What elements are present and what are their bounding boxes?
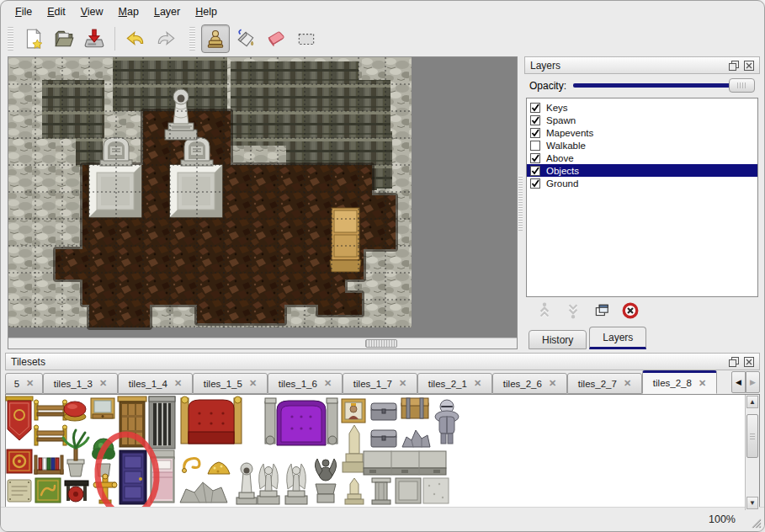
undo-button[interactable]: [121, 24, 150, 53]
tile-wood-chest[interactable]: [401, 398, 428, 418]
tile-bookshelf[interactable]: [35, 455, 63, 474]
map-dock-splitter[interactable]: [517, 56, 523, 349]
layer-row-spawn[interactable]: Spawn: [527, 114, 757, 126]
tile-stone-gate[interactable]: [149, 396, 175, 449]
map-canvas[interactable]: [8, 57, 517, 338]
tile-green-banner[interactable]: [35, 478, 61, 503]
tile-loom[interactable]: [35, 400, 67, 420]
layer-visibility-checkbox[interactable]: [530, 166, 540, 176]
resize-grip[interactable]: [748, 515, 762, 529]
eraser-tool-button[interactable]: [262, 24, 290, 53]
layer-row-above[interactable]: Above: [527, 152, 757, 164]
tile-wheel-press[interactable]: [65, 481, 88, 502]
map-content[interactable]: [8, 57, 412, 330]
close-tab-icon[interactable]: ✕: [174, 379, 182, 388]
layer-visibility-checkbox[interactable]: [530, 141, 540, 151]
new-file-button[interactable]: [19, 24, 48, 53]
tile-portrait[interactable]: [342, 399, 365, 423]
tile-gold-hook[interactable]: [183, 459, 200, 473]
tileset-tiles[interactable]: [6, 395, 465, 507]
close-tab-icon[interactable]: ✕: [324, 379, 332, 388]
save-button[interactable]: [80, 24, 109, 53]
tile-crest-flag[interactable]: [7, 450, 32, 473]
tile-metal-chest[interactable]: [371, 430, 396, 447]
tileset-vertical-scrollbar[interactable]: ▲ ▼: [745, 395, 759, 510]
menu-view[interactable]: View: [73, 3, 111, 20]
scroll-down-button[interactable]: ▼: [746, 497, 758, 509]
tile-stone-block[interactable]: [396, 478, 421, 503]
opacity-slider-handle[interactable]: [729, 78, 755, 93]
close-tab-icon[interactable]: ✕: [399, 379, 406, 388]
fill-tool-button[interactable]: [231, 24, 260, 53]
scroll-up-button[interactable]: ▲: [746, 396, 758, 408]
select-tool-button[interactable]: [292, 24, 321, 53]
menu-edit[interactable]: Edit: [40, 3, 73, 20]
layer-visibility-checkbox[interactable]: [530, 128, 540, 138]
tile-purple-door[interactable]: [120, 450, 146, 504]
close-tab-icon[interactable]: ✕: [249, 379, 257, 388]
tile-pillar[interactable]: [372, 478, 390, 504]
tileset-tab-tiles_2_1[interactable]: tiles_2_1✕: [417, 373, 492, 394]
float-panel-icon[interactable]: [728, 60, 739, 71]
tile-dresser[interactable]: [91, 398, 114, 418]
tile-metal-chest[interactable]: [371, 403, 396, 420]
tile-red-banner[interactable]: [6, 396, 33, 440]
tile-scrap-pile[interactable]: [402, 430, 430, 447]
scroll-tabs-left-button[interactable]: ◀: [731, 371, 746, 393]
delete-layer-button[interactable]: [622, 302, 639, 322]
dock-tab-history[interactable]: History: [529, 330, 587, 349]
float-panel-icon[interactable]: [728, 356, 739, 367]
vscroll-track[interactable]: [746, 409, 759, 496]
close-panel-icon[interactable]: [743, 356, 754, 367]
close-tab-icon[interactable]: ✕: [699, 379, 706, 388]
tileset-tab-tiles_1_5[interactable]: tiles_1_5✕: [193, 373, 268, 394]
opacity-slider[interactable]: [573, 78, 755, 93]
tile-red-cushion[interactable]: [64, 402, 86, 421]
layer-row-mapevents[interactable]: Mapevents: [527, 126, 757, 139]
tile-stone-tablet[interactable]: [8, 480, 31, 502]
tileset-tab-5[interactable]: 5✕: [5, 373, 43, 394]
layer-row-keys[interactable]: Keys: [527, 101, 757, 114]
close-tab-icon[interactable]: ✕: [549, 379, 556, 388]
tile-small-obelisk[interactable]: [345, 478, 364, 504]
vscroll-thumb[interactable]: [746, 414, 758, 458]
tileset-tab-tiles_1_4[interactable]: tiles_1_4✕: [118, 373, 193, 394]
tile-purple-throne[interactable]: [265, 398, 337, 445]
close-tab-icon[interactable]: ✕: [99, 379, 107, 388]
move-layer-down-button[interactable]: [565, 302, 582, 322]
menu-help[interactable]: Help: [188, 3, 225, 20]
tile-gargoyle[interactable]: [315, 459, 336, 503]
close-tab-icon[interactable]: ✕: [26, 379, 34, 388]
tileset-content[interactable]: ▲ ▼: [5, 394, 760, 511]
open-file-button[interactable]: [50, 24, 78, 53]
tile-angel-statue[interactable]: [258, 464, 279, 504]
layer-row-walkable[interactable]: Walkable: [527, 139, 757, 152]
tile-loom[interactable]: [35, 425, 67, 445]
tile-armor[interactable]: [435, 400, 459, 444]
tileset-tab-tiles_1_3[interactable]: tiles_1_3✕: [43, 373, 118, 394]
tileset-tab-tiles_2_6[interactable]: tiles_2_6✕: [492, 373, 567, 394]
toolbar-drag-handle-2[interactable]: [189, 27, 195, 51]
tileset-tab-tiles_1_6[interactable]: tiles_1_6✕: [268, 373, 343, 394]
tile-obelisk[interactable]: [343, 425, 366, 472]
move-layer-up-button[interactable]: [536, 302, 553, 322]
tile-hooded-statue[interactable]: [236, 463, 257, 504]
tile-stone-lintel[interactable]: [364, 451, 446, 475]
scroll-tabs-right-button[interactable]: ▶: [746, 371, 760, 393]
close-tab-icon[interactable]: ✕: [624, 379, 631, 388]
menu-map[interactable]: Map: [111, 3, 146, 20]
layer-row-objects[interactable]: Objects: [527, 164, 757, 177]
tileset-tab-tiles_2_8[interactable]: tiles_2_8✕: [642, 370, 717, 394]
duplicate-layer-button[interactable]: [593, 302, 610, 322]
tile-rock-pile[interactable]: [180, 482, 227, 503]
layer-visibility-checkbox[interactable]: [530, 178, 540, 189]
tileset-tab-tiles_2_7[interactable]: tiles_2_7✕: [567, 373, 642, 394]
redo-button[interactable]: [151, 24, 180, 53]
menu-layer[interactable]: Layer: [146, 3, 188, 20]
tile-angel-statue[interactable]: [285, 464, 307, 504]
stamp-tool-button[interactable]: [201, 24, 230, 53]
layer-visibility-checkbox[interactable]: [530, 103, 540, 113]
close-tab-icon[interactable]: ✕: [474, 379, 481, 388]
dock-tab-layers[interactable]: Layers: [589, 327, 646, 349]
layer-visibility-checkbox[interactable]: [530, 153, 540, 163]
